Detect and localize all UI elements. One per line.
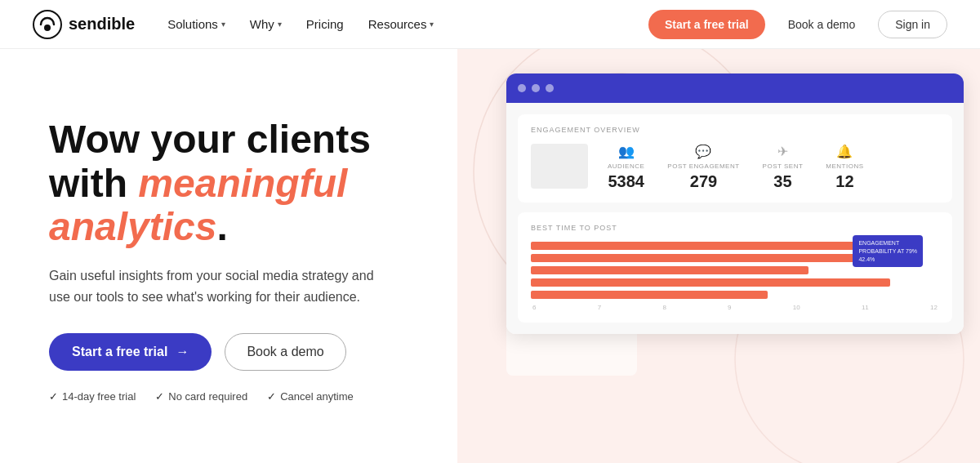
dot-3 bbox=[546, 84, 554, 92]
hero-subheadline: Gain useful insights from your social me… bbox=[49, 265, 392, 307]
trust-badge-cancel: ✓ Cancel anytime bbox=[267, 390, 354, 403]
time-bar-row-5 bbox=[531, 291, 939, 299]
axis-label-8: 8 bbox=[662, 304, 666, 311]
check-icon-1: ✓ bbox=[49, 390, 58, 403]
cta-buttons: Start a free trial → Book a demo bbox=[49, 333, 425, 371]
trust-badge-trial: ✓ 14-day free trial bbox=[49, 390, 136, 403]
tooltip-line3: 42.4% bbox=[858, 256, 917, 264]
brand-name: sendible bbox=[69, 15, 135, 33]
metric-post-engagement: 💬 POST ENGAGEMENT 279 bbox=[667, 144, 739, 191]
nav-pricing[interactable]: Pricing bbox=[306, 17, 344, 31]
hero-right: ENGAGEMENT OVERVIEW 👥 AUDIENCE 5384 💬 bbox=[457, 49, 980, 463]
axis-label-11: 11 bbox=[862, 304, 869, 311]
axis-label-12: 12 bbox=[930, 304, 938, 311]
metric-post-sent: ✈ POST SENT 35 bbox=[763, 144, 804, 191]
chart-placeholder bbox=[531, 144, 588, 189]
nav-resources[interactable]: Resources ▾ bbox=[368, 17, 434, 31]
nav-demo-button[interactable]: Book a demo bbox=[775, 10, 869, 39]
resources-chevron-icon: ▾ bbox=[430, 20, 434, 29]
dashboard-body: ENGAGEMENT OVERVIEW 👥 AUDIENCE 5384 💬 bbox=[506, 103, 964, 334]
trust-badge-card: ✓ No card required bbox=[155, 390, 247, 403]
axis-label-9: 9 bbox=[728, 304, 731, 311]
time-bar-1 bbox=[531, 242, 866, 250]
post-sent-icon: ✈ bbox=[777, 144, 788, 159]
nav-links: Solutions ▾ Why ▾ Pricing Resources ▾ bbox=[167, 17, 648, 31]
metric-mentions: 🔔 MENTIONS 12 bbox=[826, 144, 863, 191]
time-bar-row-3 bbox=[531, 266, 939, 274]
dashboard-mockup: ENGAGEMENT OVERVIEW 👥 AUDIENCE 5384 💬 bbox=[506, 73, 964, 334]
engagement-tooltip: ENGAGEMENT PROBABILITY AT 79% 42.4% bbox=[853, 235, 923, 267]
hero-trial-button[interactable]: Start a free trial → bbox=[49, 333, 212, 371]
solutions-chevron-icon: ▾ bbox=[221, 20, 225, 29]
axis-label-10: 10 bbox=[793, 304, 800, 311]
sendible-logo-icon bbox=[33, 10, 62, 39]
time-axis: 6 7 8 9 10 11 12 bbox=[531, 304, 939, 311]
dot-2 bbox=[532, 84, 540, 92]
nav-signin-button[interactable]: Sign in bbox=[878, 11, 947, 38]
check-icon-3: ✓ bbox=[267, 390, 276, 403]
time-bar-row-4 bbox=[531, 278, 939, 287]
why-chevron-icon: ▾ bbox=[278, 20, 282, 29]
check-icon-2: ✓ bbox=[155, 390, 164, 403]
metric-audience: 👥 AUDIENCE 5384 bbox=[608, 144, 644, 191]
trust-badges: ✓ 14-day free trial ✓ No card required ✓… bbox=[49, 390, 425, 403]
engagement-title: ENGAGEMENT OVERVIEW bbox=[531, 126, 939, 134]
audience-icon: 👥 bbox=[618, 144, 635, 159]
main-content: Wow your clients with meaningful analyti… bbox=[0, 49, 980, 463]
time-bar-3 bbox=[531, 266, 808, 274]
nav-why[interactable]: Why ▾ bbox=[250, 17, 282, 31]
dashboard-header bbox=[506, 73, 964, 103]
hero-left: Wow your clients with meaningful analyti… bbox=[0, 49, 457, 463]
nav-solutions[interactable]: Solutions ▾ bbox=[167, 17, 225, 31]
time-bar-5 bbox=[531, 291, 768, 299]
engagement-card: ENGAGEMENT OVERVIEW 👥 AUDIENCE 5384 💬 bbox=[518, 114, 952, 203]
nav-actions: Start a free trial Book a demo Sign in bbox=[648, 10, 947, 39]
nav-trial-button[interactable]: Start a free trial bbox=[648, 10, 765, 39]
arrow-icon: → bbox=[176, 345, 189, 359]
svg-point-1 bbox=[44, 24, 51, 31]
tooltip-line2: PROBABILITY AT 79% bbox=[858, 247, 917, 256]
best-time-title: BEST TIME TO POST bbox=[531, 224, 939, 232]
axis-label-7: 7 bbox=[598, 304, 601, 311]
axis-label-6: 6 bbox=[532, 304, 536, 311]
hero-headline: Wow your clients with meaningful analyti… bbox=[49, 118, 425, 249]
mentions-icon: 🔔 bbox=[836, 144, 853, 159]
time-bar-4 bbox=[531, 278, 890, 287]
dot-1 bbox=[518, 84, 526, 92]
logo[interactable]: sendible bbox=[33, 10, 135, 39]
metrics-data: 👥 AUDIENCE 5384 💬 POST ENGAGEMENT 279 ✈ bbox=[608, 144, 939, 191]
post-engagement-icon: 💬 bbox=[695, 144, 711, 159]
best-time-card: BEST TIME TO POST bbox=[518, 212, 952, 323]
metrics-row: 👥 AUDIENCE 5384 💬 POST ENGAGEMENT 279 ✈ bbox=[531, 144, 939, 191]
hero-demo-button[interactable]: Book a demo bbox=[225, 333, 345, 371]
tooltip-line1: ENGAGEMENT bbox=[858, 239, 917, 247]
navbar: sendible Solutions ▾ Why ▾ Pricing Resou… bbox=[0, 0, 980, 49]
